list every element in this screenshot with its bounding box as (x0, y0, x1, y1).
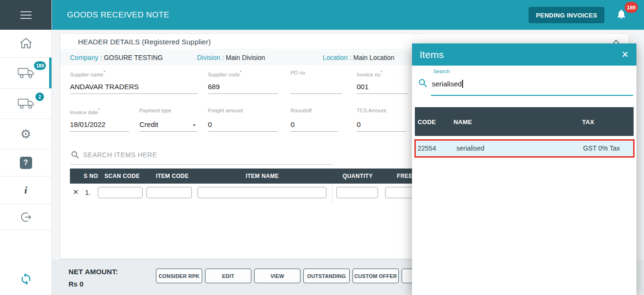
col-item-code: ITEM CODE (156, 173, 189, 179)
invoice-no-value[interactable]: 001 (357, 81, 409, 94)
grn-count-badge: 189 (34, 61, 46, 70)
po-no-field[interactable]: PO no (291, 70, 343, 94)
invoice-date-field[interactable]: Invoice date* 18/01/2022 (70, 108, 129, 132)
col-item-name: ITEM NAME (246, 173, 279, 179)
invoice-date-label: Invoice date (70, 110, 98, 115)
page-title: GOODS RECEIVED NOTE (67, 10, 169, 20)
location-label: Location : (323, 54, 352, 61)
col-sno: S NO (84, 173, 98, 179)
company-info: Company :GOSURE TESTING (70, 54, 163, 61)
division-value: Main Division (226, 54, 265, 61)
required-marker: * (240, 70, 241, 75)
sidebar-item-info[interactable]: i (0, 177, 52, 204)
consider-rpk-button[interactable]: CONSIDER RPK (156, 269, 202, 283)
tcs-amount-label: TCS Amount (357, 108, 386, 113)
inward-count-badge: 2 (35, 93, 44, 101)
invoice-date-value[interactable]: 18/01/2022 (70, 118, 129, 132)
dropdown-arrow-icon: ▼ (192, 119, 196, 132)
sidebar-item-goods-received[interactable]: 189 (0, 58, 52, 89)
item-name: serialised (456, 144, 484, 152)
supplier-name-value[interactable]: ANDAVAR TRADERS (70, 81, 197, 94)
text-cursor (462, 80, 463, 88)
popup-search-input[interactable]: serialised (432, 80, 463, 88)
sidebar: 189 2 ⚙ ? i (0, 0, 52, 295)
invoice-no-field[interactable]: Invoice no* 001 (357, 70, 409, 94)
item-tax: GST 0% Tax (583, 144, 620, 152)
search-underline (70, 164, 333, 165)
outstanding-button[interactable]: OUTSTANDING (303, 269, 350, 283)
col-name: NAME (454, 118, 472, 126)
pending-invoices-button[interactable]: PENDING INVOICES (529, 7, 604, 23)
required-marker: * (98, 108, 100, 113)
truck-icon (17, 67, 34, 80)
logout-icon (20, 211, 32, 223)
search-icon (418, 78, 428, 88)
close-icon[interactable]: ✕ (621, 49, 629, 60)
supplier-name-label: Supplier name (70, 72, 103, 77)
item-name-input[interactable] (197, 187, 326, 198)
home-icon (19, 37, 33, 50)
column-divider (332, 184, 333, 204)
payment-type-label: Payment type (139, 108, 171, 113)
payment-type-select[interactable]: Payment type Credit ▼ (139, 108, 197, 132)
item-result-row[interactable]: 22554 serialised GST 0% Tax (414, 139, 635, 158)
required-marker: * (380, 70, 382, 75)
popup-search-value: serialised (432, 80, 462, 88)
tcs-amount-field[interactable]: TCS Amount 0 (357, 108, 406, 132)
item-search-input[interactable] (83, 149, 282, 161)
card-title: HEADER DETAILS (Registered Supplier) (78, 38, 211, 46)
view-button[interactable]: VIEW (254, 269, 301, 283)
edit-button[interactable]: EDIT (205, 269, 251, 283)
hamburger-icon (20, 9, 32, 21)
division-label: Division : (197, 54, 224, 61)
supplier-name-field[interactable]: Supplier name* ANDAVAR TRADERS (70, 70, 197, 94)
roundoff-label: Roundoff (291, 108, 311, 113)
po-no-label: PO no (291, 70, 305, 76)
sidebar-item-help[interactable]: ? (0, 149, 52, 177)
supplier-code-label: Supplier code (208, 72, 240, 77)
row-serial-number: 1. (85, 189, 91, 196)
sync-icon (19, 272, 33, 286)
roundoff-value[interactable]: 0 (291, 118, 338, 132)
scan-code-input[interactable] (98, 187, 143, 198)
tcs-amount-value[interactable]: 0 (357, 118, 406, 132)
sidebar-item-inward[interactable]: 2 (0, 89, 52, 119)
po-no-value[interactable] (291, 81, 343, 94)
info-icon: i (24, 184, 27, 196)
sidebar-item-home[interactable] (0, 30, 52, 58)
help-icon: ? (20, 157, 32, 169)
item-code-input[interactable] (146, 187, 192, 198)
quantity-input[interactable] (336, 187, 378, 198)
freight-amount-value[interactable]: 0 (208, 118, 278, 132)
freight-amount-label: Freight amount (208, 108, 243, 113)
hamburger-menu-button[interactable] (0, 0, 52, 30)
item-code: 22554 (418, 144, 436, 152)
freight-amount-field[interactable]: Freight amount 0 (208, 108, 278, 132)
division-info: Division :Main Division (197, 54, 265, 61)
payment-type-value: Credit (139, 120, 158, 128)
col-code: CODE (418, 118, 436, 126)
roundoff-field[interactable]: Roundoff 0 (291, 108, 338, 132)
sidebar-item-logout[interactable] (0, 204, 52, 230)
col-tax: TAX (582, 118, 594, 126)
truck-icon (17, 97, 34, 110)
location-value: Main Location (353, 54, 395, 61)
sidebar-item-settings[interactable]: ⚙ (0, 119, 52, 149)
required-marker: * (103, 70, 105, 75)
supplier-code-value[interactable]: 689 (208, 81, 278, 94)
invoice-no-label: Invoice no (357, 72, 380, 77)
supplier-code-field[interactable]: Supplier code* 689 (208, 70, 278, 94)
items-popup: Items ✕ Search serialised CODE NAME TAX … (412, 43, 636, 295)
net-amount-label: NET AMOUNT: (69, 268, 118, 276)
search-icon (71, 151, 79, 159)
notification-count-badge: 189 (625, 2, 638, 13)
location-info: Location :Main Location (323, 54, 395, 61)
popup-title: Items (420, 49, 444, 60)
company-value: GOSURE TESTING (104, 54, 163, 61)
popup-search-label: Search (433, 68, 450, 74)
custom-offer-button[interactable]: CUSTOM OFFER (352, 269, 399, 283)
sync-button[interactable] (0, 268, 52, 290)
top-bar: GOODS RECEIVED NOTE PENDING INVOICES 189 (52, 0, 644, 30)
col-free: FREE (397, 173, 412, 179)
delete-row-icon[interactable]: ✕ (73, 188, 79, 196)
